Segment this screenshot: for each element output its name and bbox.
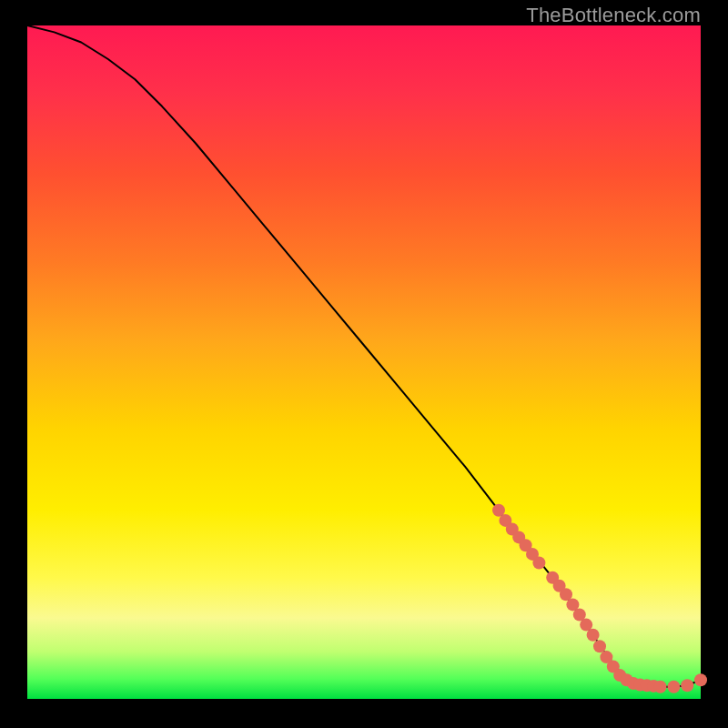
watermark-label: TheBottleneck.com — [526, 4, 701, 27]
data-marker — [532, 557, 545, 570]
data-marker — [681, 679, 693, 692]
curve-path — [27, 25, 701, 687]
data-marker — [667, 681, 680, 693]
data-marker — [694, 673, 707, 686]
chart-frame: TheBottleneck.com — [0, 0, 728, 728]
plot-area — [27, 25, 701, 699]
marker-layer — [492, 504, 707, 693]
data-marker — [587, 629, 600, 642]
curve-svg — [27, 25, 701, 699]
data-marker — [593, 640, 606, 652]
data-marker — [654, 681, 667, 693]
